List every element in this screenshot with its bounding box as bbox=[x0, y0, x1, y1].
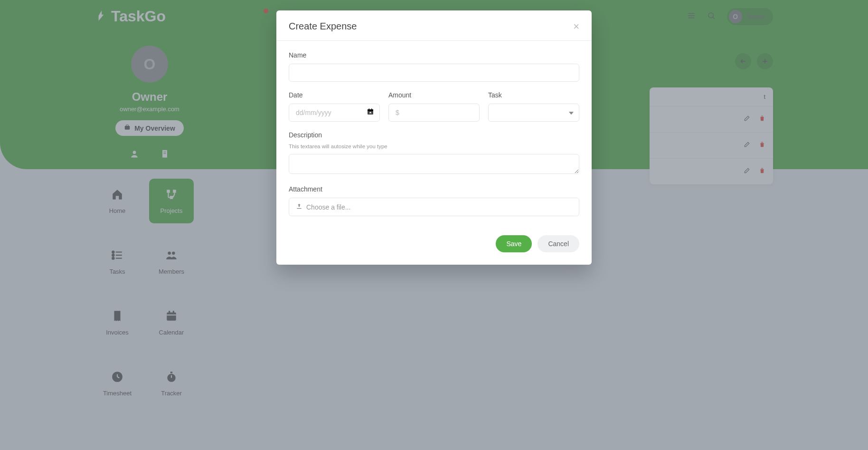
save-button[interactable]: Save bbox=[496, 235, 532, 252]
field-attachment: Attachment Choose a file... bbox=[289, 185, 579, 216]
close-icon[interactable]: × bbox=[573, 21, 579, 32]
task-select[interactable] bbox=[488, 104, 579, 122]
modal-header: Create Expense × bbox=[276, 10, 592, 41]
modal-title: Create Expense bbox=[289, 21, 357, 32]
description-help: This textarea will autosize while you ty… bbox=[289, 144, 579, 149]
field-description: Description This textarea will autosize … bbox=[289, 131, 579, 176]
name-input[interactable] bbox=[289, 64, 579, 82]
file-input[interactable]: Choose a file... bbox=[289, 198, 579, 216]
name-label: Name bbox=[289, 51, 579, 59]
description-label: Description bbox=[289, 131, 579, 139]
field-date: Date bbox=[289, 91, 380, 122]
description-textarea[interactable] bbox=[289, 154, 579, 174]
create-expense-modal: Create Expense × Name Date Amount bbox=[276, 10, 592, 265]
field-row: Date Amount Task bbox=[289, 91, 579, 122]
attachment-label: Attachment bbox=[289, 185, 579, 193]
task-label: Task bbox=[488, 91, 579, 99]
file-placeholder: Choose a file... bbox=[306, 203, 350, 211]
amount-label: Amount bbox=[388, 91, 480, 99]
modal-footer: Save Cancel bbox=[276, 229, 592, 265]
date-label: Date bbox=[289, 91, 380, 99]
field-task: Task bbox=[488, 91, 579, 122]
field-name: Name bbox=[289, 51, 579, 82]
date-input[interactable] bbox=[289, 104, 380, 122]
cancel-button[interactable]: Cancel bbox=[538, 235, 579, 252]
amount-input[interactable] bbox=[388, 104, 480, 122]
modal-body: Name Date Amount Task bbox=[276, 41, 592, 229]
field-amount: Amount bbox=[388, 91, 480, 122]
upload-icon bbox=[296, 203, 302, 211]
